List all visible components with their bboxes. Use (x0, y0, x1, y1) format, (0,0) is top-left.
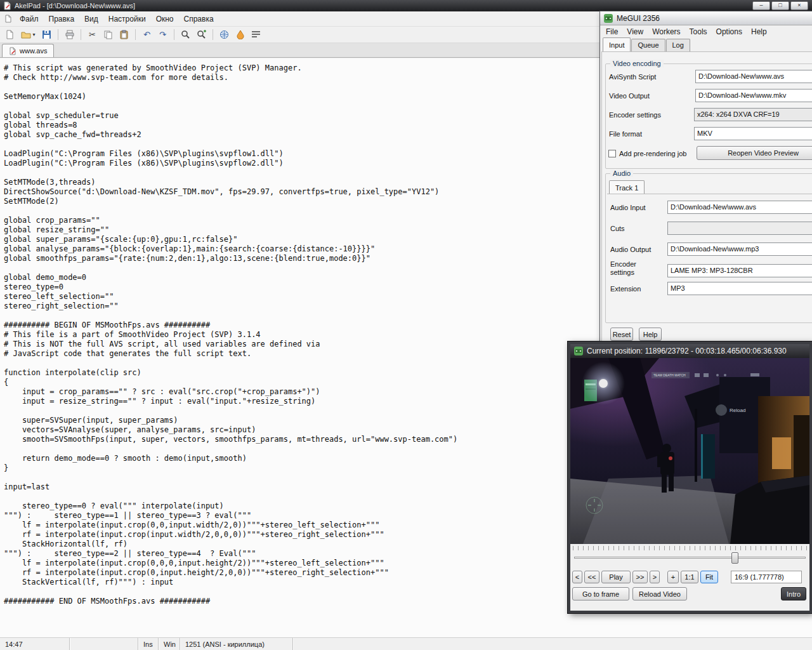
cuts-label: Cuts (610, 225, 625, 232)
audio-input-field[interactable]: D:\Download-New\www.avs (667, 201, 812, 214)
jump-back-button[interactable]: << (584, 571, 599, 583)
avisynth-script-input[interactable]: D:\Download-New\www.avs (695, 70, 812, 83)
akelpad-statusbar: 14:47 Ins Win 1251 (ANSI - кириллица) (0, 637, 812, 650)
megui-menu-view[interactable]: View (622, 26, 648, 37)
video-encoding-group-label: Video encoding (610, 60, 664, 67)
aspect-ratio-combo[interactable]: 16:9 (1.777778) (731, 571, 802, 583)
tab-label: www.avs (20, 47, 47, 55)
megui-menu-workers[interactable]: Workers (648, 26, 684, 37)
reset-button[interactable]: Reset (610, 328, 633, 341)
minimize-button[interactable]: – (752, 1, 770, 10)
megui-menubar: File View Workers Tools Options Help (600, 25, 812, 38)
reopen-preview-button[interactable]: Reopen Video Preview (697, 146, 812, 160)
video-frame: Reload TEAM DEATH MATCH (570, 358, 809, 544)
close-button[interactable]: × (790, 1, 808, 10)
cut-button[interactable]: ✂ (84, 28, 100, 42)
file-format-combo[interactable]: MKV (694, 127, 812, 140)
menu-view[interactable]: Вид (79, 13, 103, 25)
megui-menu-help[interactable]: Help (747, 26, 771, 37)
toolbar-separator (174, 29, 174, 40)
audio-encoder-combo[interactable]: LAME MP3: MP3-128CBR (667, 264, 812, 277)
undo-button[interactable]: ↶ (139, 28, 155, 42)
megui-menu-file[interactable]: File (601, 26, 622, 37)
audio-track-tab[interactable]: Track 1 (609, 180, 645, 194)
seek-trackbar[interactable] (573, 551, 807, 565)
menu-file[interactable]: Файл (15, 13, 44, 25)
step-back-button[interactable]: < (572, 571, 582, 583)
encoder-settings-label: Encoder settings (609, 111, 661, 119)
megui-tabstrip: Input Queue Log (603, 38, 691, 51)
document-icon (4, 15, 12, 23)
maximize-button[interactable]: □ (771, 1, 789, 10)
menu-help[interactable]: Справка (179, 13, 219, 25)
save-icon (42, 30, 51, 39)
print-button[interactable] (62, 28, 77, 42)
akelpad-app-icon (3, 1, 11, 10)
preview-bottom-controls: Go to frame Reload Video Intro (572, 587, 808, 601)
toolbar-separator (213, 29, 213, 40)
tab-log[interactable]: Log (666, 39, 690, 51)
word-wrap-button[interactable] (248, 28, 264, 42)
intro-button[interactable]: Intro (781, 587, 806, 600)
tab-input[interactable]: Input (603, 37, 631, 51)
akelpad-titlebar: AkelPad - [d:\Download-New\www.avs] (0, 0, 812, 11)
encoder-settings-combo[interactable]: x264: x264 DXVA CRF=19 (694, 108, 812, 121)
find-next-button[interactable] (193, 28, 209, 42)
megui-window-title: MeGUI 2356 (617, 14, 660, 23)
play-button[interactable]: Play (601, 571, 631, 583)
paste-icon (119, 30, 129, 39)
megui-preview-icon (574, 347, 583, 355)
audio-output-label: Audio Output (610, 246, 651, 253)
copy-button[interactable] (100, 28, 116, 42)
search-icon (181, 30, 190, 39)
new-file-icon (5, 30, 15, 39)
search-next-icon (197, 30, 206, 39)
extension-combo[interactable]: MP3 (667, 282, 812, 295)
status-empty (70, 638, 138, 650)
tab-www-avs[interactable]: www.avs (2, 44, 54, 57)
audio-input-label: Audio Input (610, 204, 646, 211)
status-newline-mode: Win (159, 638, 180, 650)
help-button[interactable]: Help (639, 328, 662, 341)
zoom-in-button[interactable]: + (667, 571, 679, 583)
audio-encoder-label: Encoder settings (610, 260, 647, 277)
menu-edit[interactable]: Правка (44, 13, 80, 25)
redo-button[interactable]: ↷ (155, 28, 171, 42)
video-output-input[interactable]: D:\Download-New\www.mkv (695, 89, 812, 102)
file-format-label: File format (609, 130, 642, 138)
jump-forward-button[interactable]: >> (632, 571, 648, 583)
copy-icon (103, 30, 113, 39)
step-forward-button[interactable]: > (650, 571, 660, 583)
print-icon (65, 30, 75, 39)
trackbar-groove (574, 557, 806, 559)
cuts-field[interactable] (667, 222, 812, 235)
preview-titlebar: Current position: 11896/23792 - 00:03:18… (570, 344, 809, 358)
toolbar-separator (58, 29, 58, 40)
save-button[interactable] (39, 28, 55, 42)
megui-menu-tools[interactable]: Tools (685, 26, 712, 37)
fit-button[interactable]: Fit (700, 571, 718, 583)
open-file-button[interactable]: ▾ (18, 28, 39, 42)
trackbar-thumb[interactable] (731, 552, 738, 564)
megui-menu-options[interactable]: Options (712, 26, 747, 37)
tab-queue[interactable]: Queue (631, 39, 665, 51)
goto-frame-button[interactable]: Go to frame (572, 587, 629, 600)
status-caret-position: 14:47 (0, 638, 70, 650)
menu-window[interactable]: Окно (151, 13, 179, 25)
video-display: Reload TEAM DEATH MATCH (570, 358, 809, 544)
seek-ruler (573, 546, 807, 550)
audio-tab-divider (607, 194, 812, 194)
html-preview-button[interactable] (216, 28, 232, 42)
window-controls: – □ × (752, 1, 808, 10)
one-to-one-button[interactable]: 1:1 (681, 571, 698, 583)
new-file-button[interactable] (2, 28, 18, 42)
audio-output-field[interactable]: D:\Download-New\www.mp3 (667, 242, 812, 256)
syntax-color-button[interactable] (232, 28, 248, 42)
globe-icon (219, 30, 229, 39)
preview-window-title: Current position: 11896/23792 - 00:03:18… (587, 347, 787, 355)
find-button[interactable] (178, 28, 193, 42)
paste-button[interactable] (116, 28, 132, 42)
menu-settings[interactable]: Настройки (103, 13, 151, 25)
reload-video-button[interactable]: Reload Video (632, 587, 687, 600)
prerender-checkbox[interactable] (608, 150, 616, 157)
